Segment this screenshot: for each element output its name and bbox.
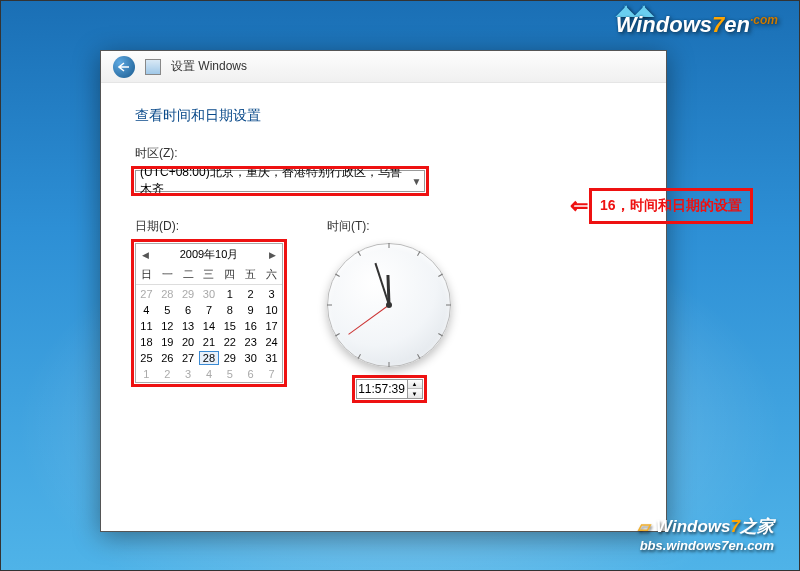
annotation: ⇐ 16，时间和日期的设置 — [570, 188, 753, 224]
weekday-header: 五 — [240, 265, 261, 285]
calendar-day[interactable]: 6 — [178, 302, 199, 318]
calendar-day[interactable]: 12 — [157, 318, 178, 334]
weekday-header: 二 — [178, 265, 199, 285]
date-label: 日期(D): — [135, 218, 283, 235]
second-hand — [348, 305, 389, 335]
calendar-day[interactable]: 9 — [240, 302, 261, 318]
page-heading: 查看时间和日期设置 — [135, 107, 632, 125]
time-label: 时间(T): — [327, 218, 451, 235]
calendar-day[interactable]: 31 — [261, 350, 282, 366]
calendar-day[interactable]: 25 — [136, 350, 157, 366]
annotation-text: 16，时间和日期的设置 — [589, 188, 753, 224]
calendar-day[interactable]: 27 — [178, 350, 199, 366]
weekday-header: 四 — [219, 265, 240, 285]
setup-window: 设置 Windows 查看时间和日期设置 时区(Z): (UTC+08:00)北… — [100, 50, 667, 532]
calendar-day[interactable]: 23 — [240, 334, 261, 350]
calendar-day[interactable]: 26 — [157, 350, 178, 366]
calendar-day[interactable]: 5 — [157, 302, 178, 318]
next-month-button[interactable]: ▶ — [267, 250, 278, 260]
calendar-day[interactable]: 1 — [219, 286, 240, 302]
time-spin-up[interactable]: ▲ — [408, 380, 422, 389]
calendar-day[interactable]: 30 — [240, 350, 261, 366]
calendar-day[interactable]: 21 — [199, 334, 220, 350]
prev-month-button[interactable]: ◀ — [140, 250, 151, 260]
calendar-day[interactable]: 19 — [157, 334, 178, 350]
calendar-day[interactable]: 1 — [136, 366, 157, 382]
calendar-day[interactable]: 29 — [178, 286, 199, 302]
calendar-day[interactable]: 4 — [136, 302, 157, 318]
weekday-header: 三 — [199, 265, 220, 285]
window-title: 设置 Windows — [171, 58, 247, 75]
time-spin-down[interactable]: ▼ — [408, 389, 422, 398]
calendar-month-title: 2009年10月 — [180, 247, 239, 262]
time-input[interactable]: ▲ ▼ — [356, 379, 423, 399]
calendar-day[interactable]: 10 — [261, 302, 282, 318]
arrow-left-icon: ⇐ — [570, 193, 585, 219]
calendar-day[interactable]: 7 — [199, 302, 220, 318]
calendar-day[interactable]: 30 — [199, 286, 220, 302]
timezone-label: 时区(Z): — [135, 145, 632, 162]
calendar-day[interactable]: 29 — [219, 350, 240, 366]
calendar-day[interactable]: 22 — [219, 334, 240, 350]
calendar-day[interactable]: 7 — [261, 366, 282, 382]
chevron-down-icon: ▼ — [409, 176, 424, 187]
weekday-header: 六 — [261, 265, 282, 285]
calendar-day[interactable]: 17 — [261, 318, 282, 334]
calendar-day[interactable]: 15 — [219, 318, 240, 334]
calendar-day[interactable]: 28 — [157, 286, 178, 302]
calendar-day[interactable]: 13 — [178, 318, 199, 334]
watermark-bottom: ▱ Windows7之家 bbs.windows7en.com — [638, 515, 774, 553]
calendar[interactable]: ◀ 2009年10月 ▶ 日一二三四五六 2728293012345678910… — [135, 243, 283, 383]
calendar-day[interactable]: 2 — [240, 286, 261, 302]
calendar-day[interactable]: 4 — [199, 366, 220, 382]
watermark-top: ◢◣◢◣ Windows7en·com — [616, 8, 778, 38]
calendar-day[interactable]: 20 — [178, 334, 199, 350]
calendar-day[interactable]: 27 — [136, 286, 157, 302]
analog-clock — [327, 243, 451, 367]
calendar-day[interactable]: 28 — [199, 350, 220, 366]
calendar-day[interactable]: 5 — [219, 366, 240, 382]
timezone-value: (UTC+08:00)北京，重庆，香港特别行政区，乌鲁木齐 — [140, 164, 409, 198]
calendar-day[interactable]: 3 — [178, 366, 199, 382]
calendar-day[interactable]: 16 — [240, 318, 261, 334]
calendar-day[interactable]: 6 — [240, 366, 261, 382]
calendar-day[interactable]: 14 — [199, 318, 220, 334]
timezone-select[interactable]: (UTC+08:00)北京，重庆，香港特别行政区，乌鲁木齐 ▼ — [135, 170, 425, 192]
calendar-day[interactable]: 11 — [136, 318, 157, 334]
weekday-header: 日 — [136, 265, 157, 285]
app-icon — [145, 59, 161, 75]
calendar-day[interactable]: 3 — [261, 286, 282, 302]
weekday-header: 一 — [157, 265, 178, 285]
calendar-day[interactable]: 24 — [261, 334, 282, 350]
calendar-day[interactable]: 18 — [136, 334, 157, 350]
back-button[interactable] — [113, 56, 135, 78]
calendar-day[interactable]: 2 — [157, 366, 178, 382]
titlebar: 设置 Windows — [101, 51, 666, 83]
calendar-day[interactable]: 8 — [219, 302, 240, 318]
time-field[interactable] — [357, 380, 407, 398]
